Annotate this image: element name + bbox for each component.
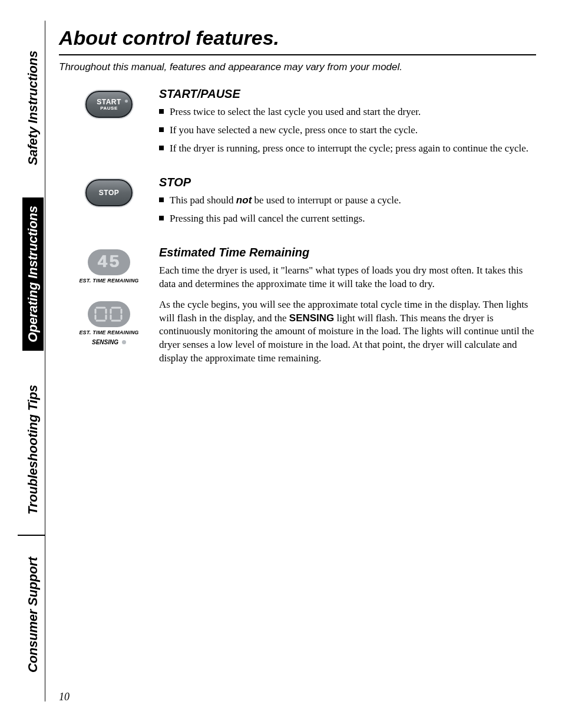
display-digits: 45	[97, 252, 121, 272]
indicator-dot-icon	[122, 340, 126, 344]
sensing-indicator: SENSING	[92, 339, 126, 345]
icon-text: PAUSE	[100, 106, 117, 111]
etr-icon-sensing: EST. TIME REMAINING SENSING	[68, 301, 150, 347]
emphasis: not	[236, 195, 252, 206]
page-content: About control features. Throughout this …	[59, 27, 536, 388]
feature-start-pause: START PAUSE START/PAUSE Press twice to s…	[59, 87, 536, 160]
title-rule	[59, 54, 536, 55]
stop-button-icon: STOP	[85, 179, 133, 206]
left-margin-rule	[45, 21, 45, 701]
bullet-item: If the dryer is running, press once to i…	[159, 142, 536, 156]
tab-consumer-support: Consumer Support	[22, 548, 44, 681]
indicator-dot-icon	[125, 100, 128, 103]
icon-text: STOP	[99, 189, 119, 196]
section-heading: Estimated Time Remaining	[159, 246, 536, 259]
text: be used to interrupt or pause a cycle.	[252, 195, 401, 206]
body-paragraph: As the cycle begins, you will see the ap…	[159, 298, 536, 366]
seven-segment-blank-icon	[94, 305, 124, 323]
disclaimer-text: Throughout this manual, features and app…	[59, 61, 536, 73]
section-heading: STOP	[159, 176, 536, 189]
icon-caption: EST. TIME REMAINING	[68, 278, 150, 284]
display-icon: 45	[88, 249, 130, 275]
tab-label: Operating Instructions	[25, 206, 41, 342]
feature-estimated-time: 45 EST. TIME REMAINING EST. TIME REMAINI…	[59, 246, 536, 373]
tab-label: Troubleshooting Tips	[25, 384, 41, 514]
display-icon	[88, 301, 130, 327]
tab-safety-instructions: Safety Instructions	[22, 32, 44, 183]
body-paragraph: Each time the dryer is used, it "learns"…	[159, 264, 536, 291]
tab-troubleshooting-tips: Troubleshooting Tips	[22, 374, 44, 525]
bullet-item: This pad should not be used to interrupt…	[159, 194, 536, 207]
page-title: About control features.	[59, 27, 536, 50]
bullet-item: If you have selected a new cycle, press …	[159, 124, 536, 137]
icon-text: START	[97, 98, 121, 106]
bullet-item: Pressing this pad will cancel the curren…	[159, 212, 536, 226]
start-pause-button-icon: START PAUSE	[85, 91, 133, 118]
etr-icon-45: 45 EST. TIME REMAINING	[68, 249, 150, 284]
emphasis: SENSING	[289, 312, 335, 324]
text: This pad should	[170, 195, 236, 206]
tab-operating-instructions: Operating Instructions	[22, 197, 44, 351]
feature-stop: STOP STOP This pad should not be used to…	[59, 176, 536, 230]
tab-label: Consumer Support	[25, 556, 41, 672]
bullet-item: Press twice to select the last cycle you…	[159, 106, 536, 119]
page-number: 10	[59, 691, 70, 703]
sensing-label: SENSING	[92, 339, 118, 345]
section-heading: START/PAUSE	[159, 87, 536, 101]
tab-divider	[18, 535, 45, 536]
tab-label: Safety Instructions	[25, 50, 41, 164]
icon-caption: EST. TIME REMAINING	[68, 330, 150, 335]
